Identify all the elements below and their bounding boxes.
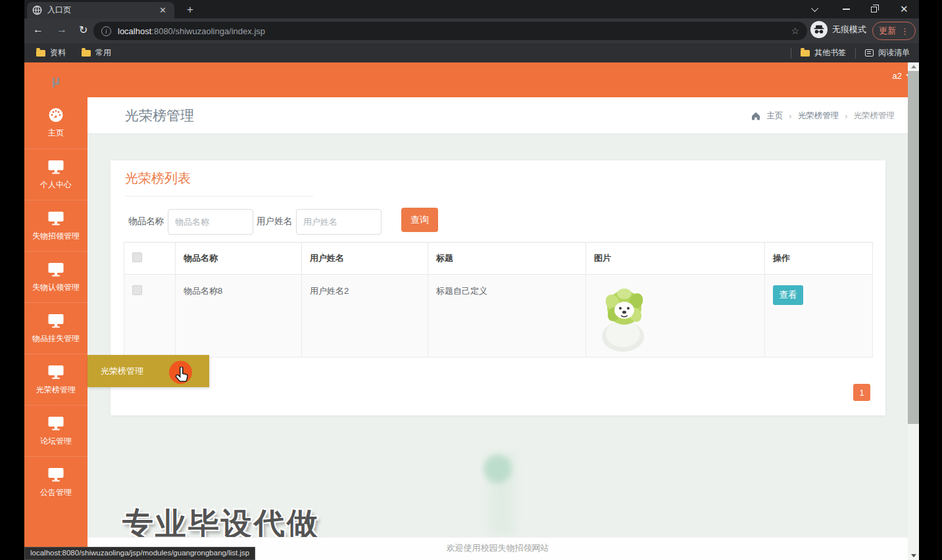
minimize-button[interactable] (843, 0, 850, 18)
scrollbar-thumb[interactable] (908, 71, 919, 424)
monitor-icon (47, 415, 64, 431)
item-photo[interactable] (594, 285, 655, 352)
sidebar-item-label: 光荣榜管理 (36, 385, 76, 396)
browser-tab[interactable]: 入口页 ✕ (27, 2, 174, 18)
bookmarks-bar: 资料 常用 其他书签 阅读清单 (24, 43, 919, 62)
url-host: localhost (118, 26, 151, 36)
sidebar-item-label: 公告管理 (40, 487, 72, 498)
sidebar-item-label: 个人中心 (40, 179, 72, 191)
breadcrumb-separator: › (845, 111, 847, 121)
cell-title: 标题自己定义 (428, 275, 586, 358)
search-label-item-name: 物品名称 (128, 216, 164, 227)
status-bar-link: localhost:8080/shiwuzaolinga/jsp/modules… (24, 547, 255, 560)
other-bookmarks[interactable]: 其他书签 (801, 47, 846, 58)
bookmark-label: 常用 (95, 47, 111, 58)
bookmark-folder-ziliao[interactable]: 资料 (36, 47, 66, 58)
breadcrumb-module[interactable]: 光荣榜管理 (798, 110, 839, 122)
update-label: 更新 (879, 25, 896, 37)
divider (855, 48, 856, 58)
reload-button[interactable]: ↻ (79, 24, 87, 36)
incognito-badge: 无痕模式 (810, 21, 866, 38)
col-actions: 操作 (765, 243, 873, 275)
col-picture: 图片 (586, 243, 765, 275)
col-title: 标题 (428, 243, 586, 275)
breadcrumb-separator: › (789, 111, 791, 121)
sidebar-item-label: 论坛管理 (40, 436, 72, 447)
monitor-icon (47, 364, 64, 380)
browser-update-menu[interactable]: 更新 ⋮ (872, 22, 916, 40)
sidebar-item-label: 失物招领管理 (32, 231, 80, 242)
breadcrumb: 主页 › 光荣榜管理 › 光荣榜管理 (751, 110, 895, 122)
tab-search-icon[interactable] (813, 0, 818, 18)
site-info-icon[interactable]: i (101, 26, 111, 36)
incognito-icon (810, 21, 828, 38)
sidebar-item-report-loss[interactable]: 物品挂失管理 (24, 302, 87, 354)
list-title: 光荣榜列表 (125, 170, 313, 197)
tab-close-icon[interactable]: ✕ (157, 5, 169, 15)
sidebar-item-profile[interactable]: 个人中心 (24, 149, 87, 200)
breadcrumb-current: 光荣榜管理 (854, 110, 895, 122)
folder-icon (82, 50, 91, 57)
reading-list-label: 阅读清单 (878, 47, 910, 58)
footer-text: 欢迎使用校园失物招领网站 (447, 542, 549, 560)
divider (791, 48, 791, 58)
other-bookmarks-label: 其他书签 (814, 47, 846, 58)
app-topbar (24, 62, 908, 97)
sidebar-item-lostfound[interactable]: 失物招领管理 (24, 200, 87, 251)
sidebar-item-notice[interactable]: 公告管理 (24, 456, 87, 507)
back-button[interactable]: ← (33, 24, 43, 35)
honor-roll-table: 物品名称 用户姓名 标题 图片 操作 物品名称8 用户姓名2 标题自己定义 (124, 242, 873, 358)
bookmark-star-icon[interactable]: ☆ (791, 26, 799, 36)
bookmark-folder-changyong[interactable]: 常用 (82, 47, 111, 58)
col-item-name: 物品名称 (176, 243, 302, 275)
monitor-icon (47, 467, 64, 482)
username: a2 (893, 71, 902, 81)
folder-icon (801, 50, 810, 57)
screen: 入口页 ✕ + ✕ ← → ↻ i localhost :8080/shiwuz… (0, 0, 942, 560)
cell-item-name: 物品名称8 (176, 275, 302, 358)
breadcrumb-home[interactable]: 主页 (766, 110, 783, 122)
reading-list-icon (865, 49, 874, 57)
sidebar-item-honor-roll[interactable]: 光荣榜管理 (24, 354, 87, 405)
hand-cursor-icon (174, 367, 189, 385)
incognito-label: 无痕模式 (832, 24, 866, 35)
row-checkbox[interactable] (132, 285, 142, 295)
pagination-page-1[interactable]: 1 (853, 384, 870, 401)
new-tab-button[interactable]: + (187, 3, 193, 17)
bookmark-label: 资料 (50, 47, 66, 58)
view-button[interactable]: 查看 (773, 285, 803, 305)
monitor-icon (47, 313, 64, 329)
url-path: :8080/shiwuzaolinga/index.jsp (151, 26, 791, 36)
scroll-up-icon[interactable] (908, 62, 919, 71)
sidebar-item-claim[interactable]: 失物认领管理 (24, 251, 87, 302)
table-row: 物品名称8 用户姓名2 标题自己定义 (124, 275, 873, 358)
globe-favicon-icon (32, 5, 42, 15)
reading-list[interactable]: 阅读清单 (865, 47, 910, 58)
restore-button[interactable] (871, 0, 877, 18)
forward-button[interactable]: → (57, 24, 67, 35)
scroll-down-icon[interactable] (908, 551, 919, 560)
folder-icon (36, 50, 45, 57)
gauge-icon (47, 107, 64, 123)
app-logo[interactable]: μ (24, 62, 87, 97)
select-all-checkbox[interactable] (132, 252, 142, 262)
sidebar-item-label: 失物认领管理 (32, 282, 80, 293)
flyout-label: 光荣榜管理 (101, 365, 143, 377)
user-name-input[interactable] (296, 209, 382, 235)
sidebar-nav: 主页 个人中心 失物招领管理 失物认领管理 (24, 97, 87, 560)
tab-title: 入口页 (47, 5, 157, 16)
page-title: 光荣榜管理 (125, 106, 194, 125)
monitor-icon (47, 210, 64, 226)
sidebar-item-home[interactable]: 主页 (24, 97, 87, 149)
monitor-icon (47, 262, 64, 277)
item-name-input[interactable] (168, 209, 253, 235)
col-user-name: 用户姓名 (302, 243, 428, 275)
sidebar-item-forum[interactable]: 论坛管理 (24, 405, 87, 456)
address-bar[interactable]: i localhost :8080/shiwuzaolinga/index.js… (93, 22, 807, 40)
decorative-circle (483, 455, 512, 483)
sidebar-item-label: 物品挂失管理 (32, 333, 80, 344)
home-icon (751, 112, 760, 120)
query-button[interactable]: 查询 (401, 208, 438, 232)
table-header-row: 物品名称 用户姓名 标题 图片 操作 (124, 243, 873, 275)
window-close-button[interactable]: ✕ (900, 0, 908, 18)
